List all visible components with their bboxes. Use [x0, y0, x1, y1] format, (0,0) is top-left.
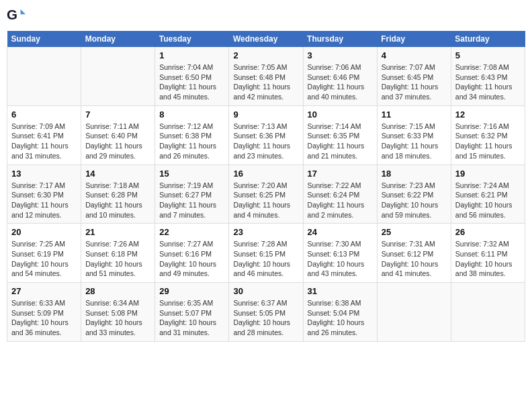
weekday-header: Tuesday [155, 31, 229, 47]
day-info: Sunrise: 7:22 AMSunset: 6:24 PMDaylight:… [308, 181, 373, 220]
logo-icon: G [7, 7, 26, 26]
day-info: Sunrise: 7:14 AMSunset: 6:35 PMDaylight:… [308, 122, 373, 161]
calendar-day-cell [7, 47, 81, 105]
day-number: 20 [11, 227, 77, 237]
weekday-header: Monday [81, 31, 155, 47]
day-info: Sunrise: 7:11 AMSunset: 6:40 PMDaylight:… [85, 122, 150, 161]
calendar-day-cell: 26Sunrise: 7:32 AMSunset: 6:11 PMDayligh… [451, 224, 525, 283]
day-info: Sunrise: 7:25 AMSunset: 6:19 PMDaylight:… [11, 239, 77, 279]
day-number: 21 [85, 227, 150, 237]
calendar-day-cell: 8Sunrise: 7:12 AMSunset: 6:38 PMDaylight… [155, 105, 229, 165]
day-number: 18 [382, 169, 447, 179]
calendar-day-cell: 10Sunrise: 7:14 AMSunset: 6:35 PMDayligh… [303, 105, 377, 165]
calendar-week-row: 20Sunrise: 7:25 AMSunset: 6:19 PMDayligh… [7, 224, 525, 283]
calendar-day-cell [81, 47, 155, 105]
calendar-week-row: 27Sunrise: 6:33 AMSunset: 5:09 PMDayligh… [7, 283, 525, 342]
day-info: Sunrise: 6:35 AMSunset: 5:07 PMDaylight:… [159, 298, 224, 338]
calendar-day-cell: 16Sunrise: 7:20 AMSunset: 6:25 PMDayligh… [229, 165, 303, 224]
page-header: G [7, 7, 525, 26]
calendar-day-cell: 2Sunrise: 7:05 AMSunset: 6:48 PMDaylight… [229, 47, 303, 105]
day-number: 14 [85, 169, 150, 179]
day-number: 16 [233, 169, 298, 179]
day-number: 24 [308, 227, 373, 237]
calendar-header: SundayMondayTuesdayWednesdayThursdayFrid… [7, 31, 525, 47]
day-info: Sunrise: 7:07 AMSunset: 6:45 PMDaylight:… [382, 62, 447, 102]
day-number: 30 [233, 286, 298, 296]
day-info: Sunrise: 6:38 AMSunset: 5:04 PMDaylight:… [308, 298, 373, 338]
day-number: 8 [159, 109, 224, 120]
calendar-day-cell: 21Sunrise: 7:26 AMSunset: 6:18 PMDayligh… [81, 224, 155, 283]
calendar-day-cell: 19Sunrise: 7:24 AMSunset: 6:21 PMDayligh… [451, 165, 525, 224]
calendar-day-cell: 30Sunrise: 6:37 AMSunset: 5:05 PMDayligh… [229, 283, 303, 342]
day-info: Sunrise: 7:23 AMSunset: 6:22 PMDaylight:… [382, 181, 447, 220]
calendar-day-cell: 18Sunrise: 7:23 AMSunset: 6:22 PMDayligh… [377, 165, 451, 224]
day-info: Sunrise: 7:27 AMSunset: 6:16 PMDaylight:… [159, 239, 224, 279]
calendar-day-cell: 3Sunrise: 7:06 AMSunset: 6:46 PMDaylight… [303, 47, 377, 105]
day-number: 11 [382, 109, 447, 120]
calendar-day-cell: 29Sunrise: 6:35 AMSunset: 5:07 PMDayligh… [155, 283, 229, 342]
day-number: 22 [159, 227, 224, 237]
calendar-day-cell [377, 283, 451, 342]
calendar-day-cell: 7Sunrise: 7:11 AMSunset: 6:40 PMDaylight… [81, 105, 155, 165]
weekday-header: Sunday [7, 31, 81, 47]
weekday-header: Saturday [451, 31, 525, 47]
calendar-day-cell: 27Sunrise: 6:33 AMSunset: 5:09 PMDayligh… [7, 283, 81, 342]
day-info: Sunrise: 7:20 AMSunset: 6:25 PMDaylight:… [233, 181, 298, 220]
calendar-day-cell: 23Sunrise: 7:28 AMSunset: 6:15 PMDayligh… [229, 224, 303, 283]
day-number: 4 [382, 50, 447, 60]
day-info: Sunrise: 7:15 AMSunset: 6:33 PMDaylight:… [382, 122, 447, 161]
calendar-body: 1Sunrise: 7:04 AMSunset: 6:50 PMDaylight… [7, 47, 525, 341]
calendar-day-cell: 22Sunrise: 7:27 AMSunset: 6:16 PMDayligh… [155, 224, 229, 283]
day-info: Sunrise: 7:31 AMSunset: 6:12 PMDaylight:… [382, 239, 447, 279]
day-number: 29 [159, 286, 224, 296]
day-number: 5 [455, 50, 521, 60]
calendar-day-cell: 17Sunrise: 7:22 AMSunset: 6:24 PMDayligh… [303, 165, 377, 224]
day-number: 31 [308, 286, 373, 296]
day-info: Sunrise: 7:24 AMSunset: 6:21 PMDaylight:… [455, 181, 521, 220]
day-number: 23 [233, 227, 298, 237]
day-info: Sunrise: 7:18 AMSunset: 6:28 PMDaylight:… [85, 181, 150, 220]
calendar-day-cell: 25Sunrise: 7:31 AMSunset: 6:12 PMDayligh… [377, 224, 451, 283]
day-number: 26 [455, 227, 521, 237]
day-info: Sunrise: 7:12 AMSunset: 6:38 PMDaylight:… [159, 122, 224, 161]
calendar-day-cell: 1Sunrise: 7:04 AMSunset: 6:50 PMDaylight… [155, 47, 229, 105]
day-info: Sunrise: 6:33 AMSunset: 5:09 PMDaylight:… [11, 298, 77, 338]
calendar-day-cell: 12Sunrise: 7:16 AMSunset: 6:32 PMDayligh… [451, 105, 525, 165]
day-number: 6 [11, 109, 77, 120]
day-info: Sunrise: 7:04 AMSunset: 6:50 PMDaylight:… [159, 62, 224, 102]
calendar-day-cell: 11Sunrise: 7:15 AMSunset: 6:33 PMDayligh… [377, 105, 451, 165]
day-number: 3 [308, 50, 373, 60]
weekday-header: Thursday [303, 31, 377, 47]
day-info: Sunrise: 7:30 AMSunset: 6:13 PMDaylight:… [308, 239, 373, 279]
calendar-day-cell: 15Sunrise: 7:19 AMSunset: 6:27 PMDayligh… [155, 165, 229, 224]
calendar-day-cell: 9Sunrise: 7:13 AMSunset: 6:36 PMDaylight… [229, 105, 303, 165]
svg-text:G: G [7, 7, 17, 22]
calendar-week-row: 13Sunrise: 7:17 AMSunset: 6:30 PMDayligh… [7, 165, 525, 224]
day-info: Sunrise: 7:08 AMSunset: 6:43 PMDaylight:… [455, 62, 521, 102]
day-info: Sunrise: 7:28 AMSunset: 6:15 PMDaylight:… [233, 239, 298, 279]
day-number: 19 [455, 169, 521, 179]
day-info: Sunrise: 7:09 AMSunset: 6:41 PMDaylight:… [11, 122, 77, 161]
day-number: 15 [159, 169, 224, 179]
calendar-table: SundayMondayTuesdayWednesdayThursdayFrid… [7, 31, 525, 342]
day-number: 7 [85, 109, 150, 120]
day-number: 1 [159, 50, 224, 60]
calendar-week-row: 6Sunrise: 7:09 AMSunset: 6:41 PMDaylight… [7, 105, 525, 165]
calendar-day-cell: 14Sunrise: 7:18 AMSunset: 6:28 PMDayligh… [81, 165, 155, 224]
day-number: 13 [11, 169, 77, 179]
day-number: 12 [455, 109, 521, 120]
day-number: 9 [233, 109, 298, 120]
day-info: Sunrise: 7:05 AMSunset: 6:48 PMDaylight:… [233, 62, 298, 102]
calendar-day-cell: 6Sunrise: 7:09 AMSunset: 6:41 PMDaylight… [7, 105, 81, 165]
day-info: Sunrise: 7:17 AMSunset: 6:30 PMDaylight:… [11, 181, 77, 220]
logo: G [7, 7, 27, 26]
day-info: Sunrise: 7:32 AMSunset: 6:11 PMDaylight:… [455, 239, 521, 279]
day-number: 28 [85, 286, 150, 296]
calendar-day-cell: 31Sunrise: 6:38 AMSunset: 5:04 PMDayligh… [303, 283, 377, 342]
weekday-header: Friday [377, 31, 451, 47]
day-number: 25 [382, 227, 447, 237]
calendar-day-cell: 5Sunrise: 7:08 AMSunset: 6:43 PMDaylight… [451, 47, 525, 105]
svg-marker-1 [21, 9, 26, 14]
day-info: Sunrise: 6:37 AMSunset: 5:05 PMDaylight:… [233, 298, 298, 338]
calendar-day-cell: 28Sunrise: 6:34 AMSunset: 5:08 PMDayligh… [81, 283, 155, 342]
